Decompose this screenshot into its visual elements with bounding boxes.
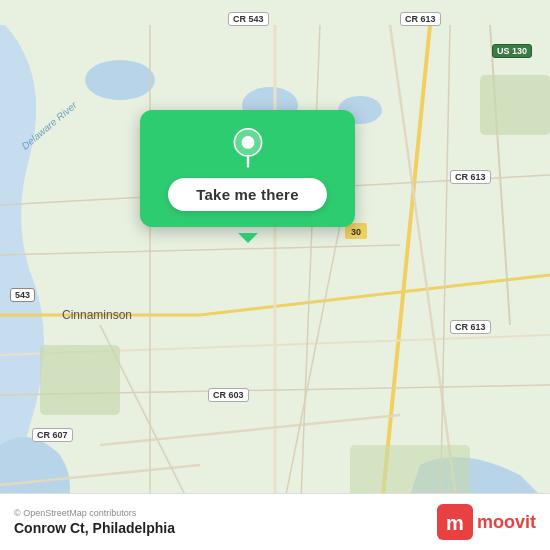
moovit-text: moovit — [477, 512, 536, 533]
tooltip-card: Take me there — [140, 110, 355, 227]
road-label-cr613-top: CR 613 — [400, 12, 441, 26]
svg-rect-21 — [40, 345, 120, 415]
take-me-there-button[interactable]: Take me there — [168, 178, 326, 211]
moovit-logo-icon: m — [437, 504, 473, 540]
svg-text:m: m — [446, 512, 464, 534]
svg-point-1 — [85, 60, 155, 100]
road-label-543: 543 — [10, 288, 35, 302]
location-info: © OpenStreetMap contributors Conrow Ct, … — [14, 508, 175, 536]
map-background: 30 — [0, 0, 550, 550]
cinnaminson-label: Cinnaminson — [62, 308, 132, 322]
road-label-cr613-mid: CR 613 — [450, 170, 491, 184]
map-attribution: © OpenStreetMap contributors — [14, 508, 175, 518]
road-label-cr603: CR 603 — [208, 388, 249, 402]
road-label-us130: US 130 — [492, 44, 532, 58]
road-label-cr543: CR 543 — [228, 12, 269, 26]
svg-text:30: 30 — [351, 227, 361, 237]
road-label-cr607: CR 607 — [32, 428, 73, 442]
road-label-cr613-bot: CR 613 — [450, 320, 491, 334]
location-name: Conrow Ct, Philadelphia — [14, 520, 175, 536]
bottom-bar: © OpenStreetMap contributors Conrow Ct, … — [0, 493, 550, 550]
svg-rect-23 — [480, 75, 550, 135]
svg-point-27 — [241, 136, 254, 149]
map-container: 30 CR 543 CR 613 US 130 CR 613 CR 613 CR… — [0, 0, 550, 550]
moovit-logo: m moovit — [437, 504, 536, 540]
location-pin-icon — [228, 128, 268, 168]
